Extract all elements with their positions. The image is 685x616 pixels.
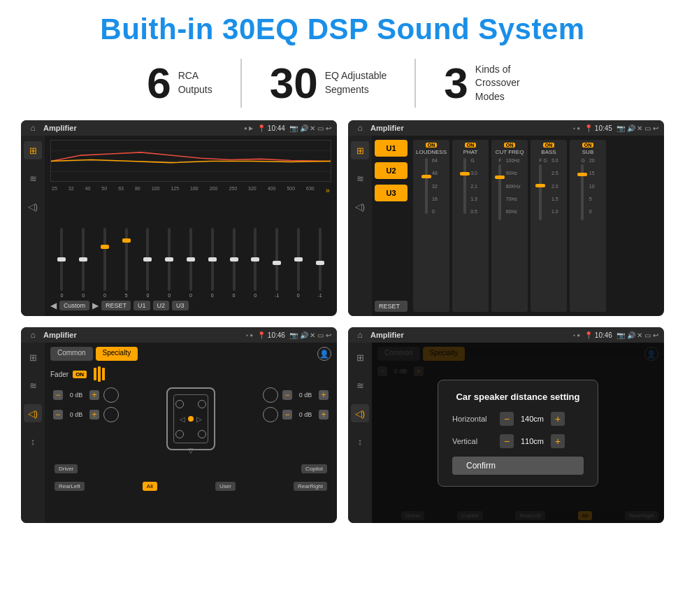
u3-btn-1[interactable]: U3 [172, 301, 189, 310]
eq-icon-3[interactable]: ⊞ [24, 348, 42, 366]
speaker-icon-3[interactable]: ◁) [24, 404, 42, 422]
more-arrow[interactable]: » [326, 186, 330, 194]
side-icons-3: ⊞ ≋ ◁) ↕ [21, 343, 45, 523]
topbar-icons-1: 📷 🔊 ✕ ▭ ↩ [289, 124, 331, 132]
home-icon[interactable]: ⌂ [27, 122, 39, 134]
sub-on: ON [582, 143, 594, 148]
specialty-tab[interactable]: Specialty [96, 347, 138, 361]
home-icon-4[interactable]: ⌂ [354, 329, 366, 341]
vol-control-rl: − 0 dB + [53, 407, 119, 422]
bass-title: BASS [541, 149, 556, 155]
stat-crossover: 3 Kinds ofCrossover Modes [416, 62, 565, 105]
vol-control-rr: − 0 dB + [263, 407, 329, 422]
vol-minus-fl[interactable]: − [53, 390, 63, 400]
vol-minus-fr[interactable]: − [282, 390, 292, 400]
horizontal-stepper: − 140cm + [500, 412, 565, 426]
rearleft-btn[interactable]: RearLeft [55, 482, 85, 491]
eq-slider-3: 5 [116, 228, 136, 298]
user-btn[interactable]: User [215, 482, 236, 491]
arrow-left: ◁ [180, 415, 185, 423]
confirm-button[interactable]: Confirm [452, 457, 584, 475]
topbar-time-3: 📍 10:46 [257, 331, 285, 339]
eq-slider-8: 0 [224, 228, 244, 298]
arrows-icon-4[interactable]: ↕ [351, 432, 369, 450]
u2-unit-btn[interactable]: U2 [375, 162, 408, 179]
wave-icon-4[interactable]: ≋ [351, 376, 369, 394]
distance-dialog: Car speaker distance setting Horizontal … [438, 380, 598, 487]
stat-number-3: 3 [444, 62, 468, 105]
u1-unit-btn[interactable]: U1 [375, 140, 408, 157]
eq-icon-2[interactable]: ⊞ [351, 141, 369, 159]
wave-icon-3[interactable]: ≋ [24, 376, 42, 394]
driver-btn[interactable]: Driver [55, 464, 78, 473]
copilot-btn[interactable]: Copilot [301, 464, 327, 473]
horizontal-minus[interactable]: − [500, 412, 514, 426]
vol-control-fr: − 0 dB + [263, 387, 329, 403]
prev-arrow[interactable]: ◀ [50, 301, 57, 310]
vol-minus-rr[interactable]: − [282, 410, 292, 420]
eq-freq-labels: 25 32 40 50 63 80 100 125 160 200 250 32… [50, 186, 331, 194]
speaker-icon-4[interactable]: ◁) [351, 404, 369, 422]
car-diagram: ◁ ▷ [166, 387, 215, 450]
arrows-icon-3[interactable]: ↕ [24, 432, 42, 450]
vol-plus-rl[interactable]: + [89, 410, 99, 420]
vol-value-fr: 0 dB [294, 392, 317, 399]
home-icon-2[interactable]: ⌂ [354, 122, 366, 134]
wave-icon[interactable]: ≋ [24, 169, 42, 187]
reset-btn-2[interactable]: RESET [375, 301, 408, 312]
speaker-icon-2[interactable]: ◁) [351, 197, 369, 215]
preset-custom-btn[interactable]: Custom [59, 301, 89, 310]
vertical-minus[interactable]: − [500, 434, 514, 448]
vol-plus-fl[interactable]: + [89, 390, 99, 400]
eq-slider-6: 0 [181, 228, 201, 298]
all-btn[interactable]: All [143, 482, 157, 491]
eq-slider-11: 0 [288, 228, 308, 298]
u3-unit-btn[interactable]: U3 [375, 185, 408, 201]
stat-eq: 30 EQ AdjustableSegments [242, 62, 415, 105]
u1-btn-1[interactable]: U1 [134, 301, 150, 310]
eq-bottom-bar: ◀ Custom ▶ RESET U1 U2 U3 [50, 298, 331, 312]
rearright-btn[interactable]: RearRight [294, 482, 327, 491]
bass-on: ON [543, 143, 555, 148]
screen3-main: Common Specialty 👤 Fader ON [45, 343, 337, 523]
eq-icon[interactable]: ⊞ [24, 141, 42, 159]
speaker-icon[interactable]: ◁) [24, 197, 42, 215]
vol-plus-fr[interactable]: + [319, 390, 329, 400]
vol-minus-rl[interactable]: − [53, 410, 63, 420]
vol-control-fl: − 0 dB + [53, 387, 119, 403]
topbar-title-3: Amplifier [43, 331, 242, 339]
phat-title: PHAT [463, 149, 478, 155]
fader-control-row: Fader ON [50, 366, 331, 382]
fader-tabs: Common Specialty 👤 [50, 347, 331, 361]
screen-eq: ⌂ Amplifier ● ▶ 📍 10:44 📷 🔊 ✕ ▭ ↩ ⊞ ≋ ◁) [21, 120, 337, 316]
speaker-pos-rr [198, 430, 206, 438]
eq-slider-12: -1 [310, 228, 330, 298]
main-title: Buith-in 30EQ DSP Sound System [100, 13, 584, 46]
common-tab[interactable]: Common [50, 347, 93, 361]
page-container: Buith-in 30EQ DSP Sound System 6 RCAOutp… [0, 0, 685, 616]
topbar-3: ⌂ Amplifier ▪ ● 📍 10:46 📷 🔊 ✕ ▭ ↩ [21, 327, 337, 343]
u2-btn-1[interactable]: U2 [153, 301, 170, 310]
fader-bar-3 [102, 368, 105, 380]
eq-icon-4[interactable]: ⊞ [351, 348, 369, 366]
next-arrow[interactable]: ▶ [92, 301, 99, 310]
topbar-icons-3: 📷 🔊 ✕ ▭ ↩ [289, 331, 331, 339]
car-center [188, 416, 194, 422]
topbar-icons-2: 📷 🔊 ✕ ▭ ↩ [616, 124, 658, 132]
home-icon-3[interactable]: ⌂ [27, 329, 39, 341]
eq-slider-10: -1 [267, 228, 287, 298]
topbar-4: ⌂ Amplifier ▪ ● 📍 10:46 📷 🔊 ✕ ▭ ↩ [348, 327, 664, 343]
eq-svg [51, 141, 331, 181]
loudness-on: ON [426, 143, 438, 148]
horizontal-plus[interactable]: + [551, 412, 565, 426]
screen4-body: ⊞ ≋ ◁) ↕ Common Specialty 👤 [348, 343, 664, 523]
topbar-dots-4: ▪ ● [573, 332, 580, 338]
vertical-plus[interactable]: + [551, 434, 565, 448]
bottom-labels-2: RearLeft All User RearRight [53, 479, 329, 494]
crossover-row: ON LOUDNESS 64 48 32 16 [413, 140, 661, 312]
wave-icon-2[interactable]: ≋ [351, 169, 369, 187]
vol-value-rl: 0 dB [65, 411, 87, 418]
vertical-row: Vertical − 110cm + [452, 434, 584, 448]
reset-btn-1[interactable]: RESET [101, 301, 131, 310]
vol-plus-rr[interactable]: + [319, 410, 329, 420]
